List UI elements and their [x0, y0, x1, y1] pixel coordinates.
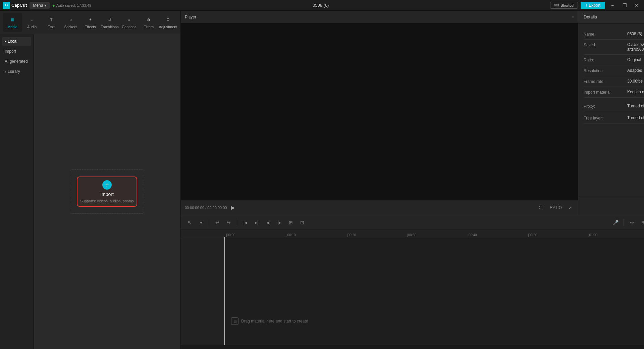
snapshot-button[interactable]: ⛶ [537, 204, 545, 211]
logo-text: CapCut [11, 3, 27, 8]
player-menu-icon[interactable]: ≡ [572, 15, 574, 19]
details-header: Details [578, 11, 644, 23]
sidebar-item-local[interactable]: ▸Local [2, 37, 31, 46]
toolbar-item-transitions[interactable]: ⇄ Transitions [100, 13, 119, 32]
sidebar-item-ai_generated[interactable]: AI generated [2, 57, 31, 66]
audio-icon: ♪ [28, 16, 36, 23]
logo-icon: ✂ [3, 2, 10, 9]
add-track-button[interactable]: ⊞ [286, 218, 296, 227]
detail-label: Proxy: [584, 104, 627, 109]
track-area[interactable]: ▤ Drag material here and start to create [224, 237, 644, 345]
timeline-right-controls: 🎤 ⇔ ⊞ ⊟ ⊠ ≋ ◁ ▷ [611, 218, 644, 227]
detail-label: Free layer: [584, 115, 627, 120]
detail-label: Ratio: [584, 57, 627, 62]
detail-row: Import material: Keep in original place [584, 87, 644, 98]
detail-value: C:/Users/MyPC/AppData/Local/CapCut Draft… [627, 42, 644, 52]
ruler-mark: |00:00 [226, 233, 286, 237]
ruler-mark: |00:40 [468, 233, 528, 237]
transitions-label: Transitions [101, 25, 118, 29]
player-controls: 00:00:00:00 / 00:00:00:00 ▶ ⛶ RATIO ⤢ [181, 200, 578, 215]
trim-left-button[interactable]: ◂| [263, 218, 273, 227]
toolbar-item-filters[interactable]: ◑ Filters [139, 13, 158, 32]
sidebar-label-import: Import [5, 49, 16, 54]
media-panel: ▸LocalImportAI generated▸Library + Impor… [0, 34, 180, 349]
sidebar-item-library[interactable]: ▸Library [2, 67, 31, 76]
mic-button[interactable]: 🎤 [611, 218, 620, 227]
redo-button[interactable]: ↪ [224, 218, 233, 227]
sidebar-label-local: Local [8, 39, 17, 44]
menu-button[interactable]: Menu ▾ [30, 2, 49, 9]
project-title: 0508 (6) [313, 3, 329, 8]
fit-button[interactable]: ⇔ [627, 218, 637, 227]
fullscreen-button[interactable]: ⤢ [567, 204, 574, 211]
details-body: Name: 0508 (6) Saved: C:/Users/MyPC/AppD… [578, 23, 644, 197]
playhead [224, 237, 225, 345]
cursor-dropdown[interactable]: ▾ [196, 218, 206, 227]
player-details-row: Player ≡ 00:00:00:00 / 00:00:00:00 ▶ ⛶ R… [181, 11, 644, 215]
grid-button[interactable]: ⊡ [298, 218, 307, 227]
ruler-mark: |00:10 [286, 233, 347, 237]
detail-label: Import material: [584, 90, 627, 95]
shortcut-button[interactable]: ⌨ Shortcut [550, 2, 578, 9]
captions-icon: ≡ [125, 16, 133, 23]
ruler-marks: |00:00|00:10|00:20|00:30|00:40|00:50|01:… [226, 230, 644, 237]
timecode: 00:00:00:00 / 00:00:00:00 [185, 206, 227, 210]
detail-row-with-icon: Free layer: Turned off ⓘ [584, 112, 644, 124]
autosave-status: ● Auto saved: 17:33:49 [52, 3, 91, 8]
play-button[interactable]: ▶ [231, 204, 235, 211]
ruler-mark: |01:00 [588, 233, 644, 237]
import-sub-label: Supports: videos, audios, photos [80, 199, 134, 203]
ruler-mark: |00:20 [347, 233, 407, 237]
capcut-logo: ✂ CapCut [3, 2, 27, 9]
toolbar-item-adjustment[interactable]: ⚙ Adjustment [158, 13, 178, 32]
toolbar-item-text[interactable]: T Text [42, 13, 61, 32]
toolbar-item-audio[interactable]: ♪ Audio [22, 13, 42, 32]
audio-label: Audio [27, 25, 37, 29]
import-box[interactable]: + Import Supports: videos, audios, photo… [77, 177, 137, 207]
player-header: Player ≡ [181, 11, 578, 23]
left-panel: ▦ Media ♪ Audio T Text ☺ Stickers ✦ Effe… [0, 11, 181, 349]
media-content: + Import Supports: videos, audios, photo… [34, 34, 180, 349]
restore-button[interactable]: ❐ [620, 1, 629, 10]
right-section: Player ≡ 00:00:00:00 / 00:00:00:00 ▶ ⛶ R… [181, 11, 644, 349]
export-icon: ↑ [585, 3, 587, 8]
effects-icon: ✦ [87, 16, 94, 23]
shortcut-label: Shortcut [560, 3, 574, 7]
close-button[interactable]: ✕ [632, 1, 641, 10]
text-label: Text [48, 25, 55, 29]
detail-label: Name: [584, 32, 627, 37]
toolbar-item-stickers[interactable]: ☺ Stickers [61, 13, 80, 32]
export-button[interactable]: ↑ Export [581, 2, 605, 9]
sidebar-label-ai_generated: AI generated [5, 59, 28, 64]
timeline-tracks: ▤ Drag material here and start to create [181, 237, 644, 345]
trim-right-button[interactable]: |▸ [275, 218, 284, 227]
effects-label: Effects [85, 25, 96, 29]
text-icon: T [48, 16, 55, 23]
timeline-ruler: |00:00|00:10|00:20|00:30|00:40|00:50|01:… [181, 230, 644, 237]
detail-label: Resolution: [584, 68, 627, 73]
detail-value: 0508 (6) [627, 32, 644, 36]
sidebar-item-import[interactable]: Import [2, 47, 31, 56]
zoom-fit-button[interactable]: ⊞ [639, 218, 644, 227]
toolbar-item-captions[interactable]: ≡ Captions [119, 13, 139, 32]
ratio-button[interactable]: RATIO [548, 204, 564, 211]
toolbar-item-effects[interactable]: ✦ Effects [80, 13, 100, 32]
timeline-scrollbar[interactable] [181, 345, 644, 349]
title-bar-left: ✂ CapCut Menu ▾ ● Auto saved: 17:33:49 [3, 2, 91, 9]
title-bar: ✂ CapCut Menu ▾ ● Auto saved: 17:33:49 0… [0, 0, 644, 11]
detail-value: 30.00fps [627, 79, 644, 84]
stickers-icon: ☺ [67, 16, 74, 23]
autosave-dot: ● [52, 3, 55, 8]
cursor-button[interactable]: ↖ [185, 218, 194, 227]
drop-hint: ▤ Drag material here and start to create [231, 317, 308, 325]
detail-value: Turned off [627, 104, 644, 108]
minimize-button[interactable]: − [608, 1, 617, 10]
details-panel: Details Name: 0508 (6) Saved: C:/Users/M… [578, 11, 644, 215]
ruler-mark: |00:30 [407, 233, 468, 237]
split-left-button[interactable]: |◂ [240, 218, 250, 227]
split-right-button[interactable]: ▸| [252, 218, 261, 227]
drop-hint-icon: ▤ [231, 317, 238, 325]
arrow-local: ▸ [5, 40, 6, 43]
undo-button[interactable]: ↩ [213, 218, 222, 227]
toolbar-item-media[interactable]: ▦ Media [3, 13, 22, 32]
